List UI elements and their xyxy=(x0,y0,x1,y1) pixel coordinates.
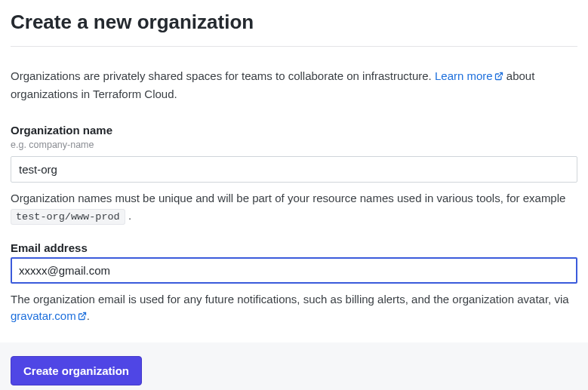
org-name-help: Organization names must be unique and wi… xyxy=(11,190,577,225)
create-organization-button[interactable]: Create organization xyxy=(11,356,142,385)
email-input[interactable] xyxy=(11,257,577,284)
external-link-icon xyxy=(494,69,503,86)
footer-bar: Create organization xyxy=(0,342,588,390)
org-name-help-prefix: Organization names must be unique and wi… xyxy=(11,192,565,204)
email-help-before: The organization email is used for any f… xyxy=(11,293,569,306)
org-name-group: Organization name e.g. company-name Orga… xyxy=(11,124,577,225)
email-label: Email address xyxy=(11,241,577,254)
email-group: Email address The organization email is … xyxy=(11,241,577,326)
org-name-help-suffix: . xyxy=(125,209,131,222)
email-help-after: . xyxy=(87,309,90,322)
svg-line-1 xyxy=(82,313,86,318)
intro-text: Organizations are privately shared space… xyxy=(11,68,577,103)
learn-more-label: Learn more xyxy=(435,69,493,82)
gravatar-link[interactable]: gravatar.com xyxy=(11,309,87,322)
svg-line-0 xyxy=(498,73,503,78)
learn-more-link[interactable]: Learn more xyxy=(435,69,503,82)
external-link-icon xyxy=(78,309,87,326)
org-name-help-code: test-org/www-prod xyxy=(11,209,125,225)
page-title: Create a new organization xyxy=(11,11,577,47)
org-name-hint: e.g. company-name xyxy=(11,140,577,150)
email-help: The organization email is used for any f… xyxy=(11,291,577,326)
gravatar-label: gravatar.com xyxy=(11,309,76,322)
intro-before: Organizations are privately shared space… xyxy=(11,69,435,82)
org-name-input[interactable] xyxy=(11,156,577,183)
org-name-label: Organization name xyxy=(11,124,577,137)
